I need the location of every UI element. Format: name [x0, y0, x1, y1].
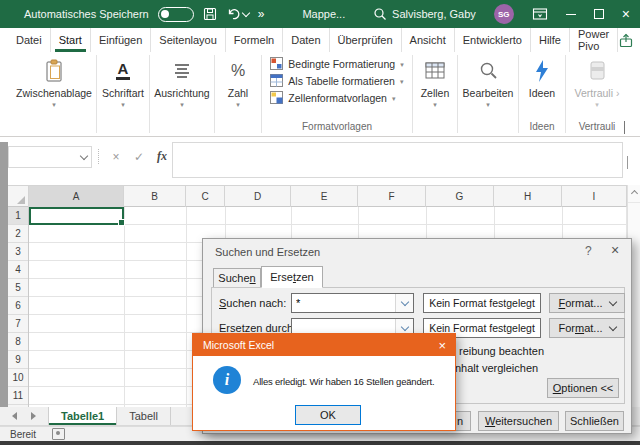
- fill-handle[interactable]: [118, 219, 125, 226]
- row-header-1[interactable]: 1: [8, 207, 28, 225]
- name-box-input[interactable]: [9, 150, 75, 164]
- menu-item-zellenformatvorlagen[interactable]: Zellenformatvorlagen ▾: [270, 91, 395, 104]
- save-icon[interactable]: [203, 7, 217, 21]
- row-header-4[interactable]: 4: [8, 261, 28, 279]
- message-box-close-icon[interactable]: ×: [438, 338, 446, 353]
- close-button[interactable]: Schließen: [565, 411, 624, 431]
- ribbon-tab-ueberpruefen[interactable]: Überprüfen: [330, 28, 402, 52]
- search-icon[interactable]: [373, 7, 387, 21]
- insert-function-icon[interactable]: fx: [152, 147, 172, 166]
- select-all-button[interactable]: [8, 186, 29, 207]
- ribbon-tab-ansicht[interactable]: Ansicht: [402, 28, 455, 52]
- ribbon-tab-datei[interactable]: Datei: [8, 28, 51, 52]
- options-button[interactable]: Optionen <<: [547, 378, 619, 398]
- undo-dropdown-icon[interactable]: [241, 9, 249, 17]
- message-text: Alles erledigt. Wir haben 16 Stellen geä…: [253, 376, 451, 387]
- share-icon[interactable]: [618, 33, 634, 48]
- menu-item-bedingte-formatierung[interactable]: Bedingte Formatierung ▾: [270, 57, 403, 70]
- ribbon-tab-start[interactable]: Start: [51, 28, 91, 52]
- macro-record-icon[interactable]: [52, 428, 65, 440]
- active-cell-a1[interactable]: [29, 207, 124, 225]
- find-what-combobox[interactable]: [291, 293, 414, 313]
- find-what-label: Suchen nach:: [219, 297, 286, 309]
- sheet-nav-left-icon[interactable]: [12, 412, 17, 420]
- column-header-h[interactable]: H: [494, 186, 562, 207]
- match-case-checkbox-label[interactable]: reibung beachten: [459, 345, 544, 357]
- ribbon-tab-power-pivot[interactable]: Power Pivo: [570, 28, 618, 52]
- ribbon-group-ausrichtung[interactable]: Ausrichtung ▾: [150, 52, 214, 136]
- scroll-up-icon[interactable]: [628, 185, 640, 203]
- row-header-5[interactable]: 5: [8, 279, 28, 297]
- chevron-down-icon: ▾: [52, 101, 56, 109]
- row-header-7[interactable]: 7: [8, 315, 28, 333]
- name-box[interactable]: [8, 146, 92, 168]
- ribbon-tab-seitenlayout[interactable]: Seitenlayou: [151, 28, 226, 52]
- sheet-nav-right-icon[interactable]: [31, 412, 36, 420]
- sheet-tab-tabelle1[interactable]: Tabelle1: [48, 407, 117, 425]
- collapse-ribbon-icon[interactable]: [624, 122, 636, 134]
- name-box-dropdown-icon[interactable]: [80, 152, 88, 160]
- match-entire-cell-checkbox-label[interactable]: nhalt vergleichen: [455, 362, 538, 374]
- minimize-icon[interactable]: [566, 14, 576, 15]
- row-header-3[interactable]: 3: [8, 243, 28, 261]
- ribbon-display-options-icon[interactable]: [532, 7, 548, 21]
- maximize-icon[interactable]: [594, 9, 604, 19]
- ribbon-group-zahl[interactable]: % Zahl ▾: [215, 52, 261, 136]
- column-header-a[interactable]: A: [29, 186, 124, 207]
- avatar[interactable]: SG: [494, 4, 514, 24]
- undo-icon[interactable]: [226, 7, 249, 21]
- group-label: Ideen: [529, 87, 555, 99]
- ok-button[interactable]: OK: [295, 405, 361, 425]
- column-header-f[interactable]: F: [358, 186, 426, 207]
- menu-item-label: Zellenformatvorlagen: [288, 92, 387, 104]
- enter-icon[interactable]: ✓: [129, 147, 149, 166]
- formula-input[interactable]: [172, 142, 623, 178]
- autosave-toggle[interactable]: [158, 7, 194, 22]
- row-header-8[interactable]: 8: [8, 333, 28, 351]
- cancel-icon[interactable]: ×: [106, 147, 126, 166]
- row-header-11[interactable]: 11: [8, 387, 28, 405]
- tab-suchen[interactable]: Suchen: [213, 268, 261, 288]
- ribbon-tab-hilfe[interactable]: Hilfe: [531, 28, 570, 52]
- sheet-tab-tabelle2[interactable]: Tabell: [117, 407, 171, 425]
- row-header-9[interactable]: 9: [8, 351, 28, 369]
- percent-icon: %: [231, 57, 245, 84]
- ribbon-group-schriftart[interactable]: A Schriftart ▾: [97, 52, 149, 136]
- tab-ersetzen[interactable]: Ersetzen: [261, 266, 323, 288]
- ribbon-group-formatvorlagen: Bedingte Formatierung ▾ Als Tabelle form…: [262, 52, 412, 136]
- column-header-b[interactable]: B: [124, 186, 186, 207]
- qat-more-icon[interactable]: »: [258, 8, 265, 20]
- menu-item-als-tabelle-formatieren[interactable]: Als Tabelle formatieren ▾: [270, 74, 403, 87]
- row-header-10[interactable]: 10: [8, 369, 28, 387]
- status-ready-label: Bereit: [10, 429, 36, 440]
- find-next-button[interactable]: Weitersuchen: [478, 411, 559, 431]
- info-icon: i: [213, 366, 241, 394]
- row-header-2[interactable]: 2: [8, 225, 28, 243]
- combo-dropdown-icon[interactable]: [395, 294, 413, 312]
- ribbon-tab-entwicklertools[interactable]: Entwicklerto: [455, 28, 531, 52]
- column-header-d[interactable]: D: [225, 186, 291, 207]
- column-header-c[interactable]: C: [186, 186, 225, 207]
- ribbon-group-bearbeiten[interactable]: Bearbeiten ▾: [458, 52, 518, 136]
- ribbon-tab-formeln[interactable]: Formeln: [226, 28, 283, 52]
- column-header-e[interactable]: E: [291, 186, 358, 207]
- column-header-g[interactable]: G: [426, 186, 494, 207]
- ribbon-group-ideen[interactable]: Ideen Ideen: [519, 52, 565, 136]
- ribbon-group-zellen[interactable]: Zellen ▾: [413, 52, 457, 136]
- replace-format-button[interactable]: Format...: [549, 318, 625, 338]
- ribbon-tab-einfuegen[interactable]: Einfügen: [91, 28, 151, 52]
- column-headers: A B C D E F G H I: [8, 185, 640, 207]
- chevron-down-icon: ▾: [595, 101, 599, 109]
- user-name[interactable]: Salvisberg, Gaby: [392, 8, 476, 20]
- ribbon-tab-daten[interactable]: Daten: [283, 28, 329, 52]
- dialog-help-icon[interactable]: ?: [585, 244, 592, 258]
- close-icon[interactable]: ×: [622, 6, 630, 22]
- find-format-button[interactable]: Format...: [549, 293, 625, 313]
- expand-formula-bar-icon[interactable]: [627, 157, 628, 169]
- row-header-6[interactable]: 6: [8, 297, 28, 315]
- column-header-i[interactable]: I: [562, 186, 627, 207]
- menu-item-label: Bedingte Formatierung: [288, 58, 395, 70]
- find-what-input[interactable]: [292, 294, 395, 312]
- ribbon-group-zwischenablage[interactable]: Zwischenablage ▾: [12, 52, 96, 136]
- dialog-close-icon[interactable]: ×: [611, 242, 619, 258]
